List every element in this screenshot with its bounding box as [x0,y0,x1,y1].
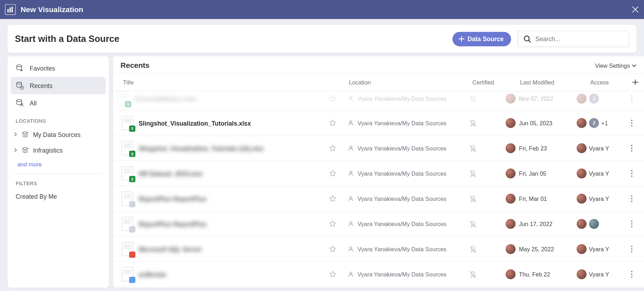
table-row[interactable]: XSlingshot_Visualization_Tutorials.xlsxV… [113,111,644,136]
svg-point-16 [631,120,632,121]
sidebar-item-label: Favorites [30,65,55,72]
access-name: Vyara Y [589,246,609,253]
row-more-button[interactable] [627,136,644,161]
col-last-modified[interactable]: Last Modified [501,73,572,91]
row-location: Vyara Yanakieva/My Data Sources [348,120,460,127]
location-label: My Data Sources [33,131,80,138]
favorite-toggle[interactable] [329,119,340,127]
row-more-button[interactable] [627,262,644,287]
svg-point-9 [350,97,352,99]
search-input[interactable] [536,35,624,43]
svg-point-41 [631,246,632,247]
table-row[interactable]: XFinancialMetrics.xlsxVyara Yanakieva/My… [113,91,644,110]
col-certified[interactable]: Certified [464,73,501,91]
row-location: Vyara Yanakieva/My Data Sources [348,95,460,102]
sidebar-filter[interactable]: Created By Me [11,189,106,204]
sidebar: FavoritesRecentsAllLOCATIONSMy Data Sour… [7,56,109,287]
view-settings-button[interactable]: View Settings [595,62,637,69]
filters-label: FILTERS [16,181,101,186]
caret-right-icon [14,132,17,137]
row-location: Vyara Yanakieva/My Data Sources [348,221,460,227]
svg-point-14 [350,121,352,123]
row-title: Microsoft SQL Server [139,246,202,253]
avatar [589,219,599,229]
sidebar-location[interactable]: My Data Sources [11,126,106,142]
file-icon [121,216,134,231]
access-name: Vyara Y [589,170,609,177]
svg-point-11 [631,95,632,97]
svg-point-3 [524,36,529,41]
sidebar-location[interactable]: Infragistics [11,142,106,158]
table-body-scroll[interactable]: XFinancialMetrics.xlsxVyara Yanakieva/My… [113,91,644,287]
sidebar-item-label: All [30,99,37,106]
row-more-button[interactable] [627,212,644,237]
row-more-button[interactable] [627,91,644,110]
table-row[interactable]: wvBoxtalVyara Yanakieva/My Data SourcesT… [113,262,644,287]
col-title[interactable]: Title [113,73,324,91]
favorite-toggle[interactable] [329,144,340,152]
avatar [506,143,516,153]
row-more-button[interactable] [627,111,644,136]
sidebar-item-all[interactable]: All [11,94,106,112]
col-location[interactable]: Location [343,73,464,91]
search-box[interactable] [518,31,629,47]
svg-point-26 [631,170,632,172]
more-icon [631,120,633,127]
col-access[interactable]: Access [572,73,626,91]
location-label: Infragistics [33,147,63,154]
row-certified [468,270,497,279]
table-row[interactable]: XSlingshot_Visualization_Tutorials (16).… [113,136,644,161]
row-location: Vyara Yanakieva/My Data Sources [348,170,460,177]
svg-point-7 [17,99,22,101]
chevron-down-icon [632,63,637,68]
row-more-button[interactable] [627,186,644,212]
svg-point-5 [17,82,22,84]
star-icon [329,95,337,103]
favorite-toggle[interactable] [329,195,340,203]
table-row[interactable]: ReportPlus ReportPlusVyara Yanakieva/My … [113,212,644,237]
file-icon [121,191,134,206]
favorite-toggle[interactable] [329,245,340,253]
sidebar-item-recents[interactable]: Recents [11,77,106,94]
titlebar: New Visualization [0,0,644,19]
add-data-source-button[interactable]: Data Source [453,32,511,46]
close-button[interactable] [632,6,639,13]
access-name: Vyara Y [589,196,609,202]
row-modified: Fri, Jan 05 [506,169,568,179]
favorite-toggle[interactable] [329,170,340,178]
table-row[interactable]: ReportPlus ReportPlusVyara Yanakieva/My … [113,186,644,212]
svg-point-44 [350,272,352,274]
table-row[interactable]: Cases WvBoxtgenVyara Yanakieva/My Data S… [113,287,644,288]
access-name: Vyara Y [589,145,609,152]
svg-point-27 [631,173,632,174]
row-title: ReportPlus ReportPlus [139,220,206,227]
favorite-toggle[interactable] [329,220,340,228]
svg-point-4 [17,65,22,67]
add-column-button[interactable] [626,73,644,91]
access-more-count: +1 [601,120,608,127]
row-certified [468,119,497,128]
certified-icon [468,194,477,203]
favorite-toggle[interactable] [329,95,340,103]
row-more-button[interactable] [627,287,644,288]
table-row[interactable]: XHR Dataset_2019.xlsxVyara Yanakieva/My … [113,161,644,186]
more-icon [631,220,633,228]
table-row[interactable]: Microsoft SQL ServerVyara Yanakieva/My D… [113,237,644,262]
avatar [506,169,516,179]
svg-point-19 [350,146,352,148]
caret-right-icon [14,148,17,152]
star-icon [329,170,337,178]
svg-rect-1 [10,7,11,12]
person-icon [348,170,354,177]
svg-point-32 [631,198,632,199]
avatar [577,143,587,153]
row-more-button[interactable] [627,161,644,186]
sidebar-item-favorites[interactable]: Favorites [11,60,106,77]
close-icon [632,6,639,13]
favorite-toggle[interactable] [329,270,340,279]
row-more-button[interactable] [627,237,644,262]
and-more-link[interactable]: and more [17,161,42,168]
table-header-row: Title Location Certified Last Modified A… [113,73,644,91]
file-icon [121,242,134,257]
svg-point-17 [631,122,632,124]
